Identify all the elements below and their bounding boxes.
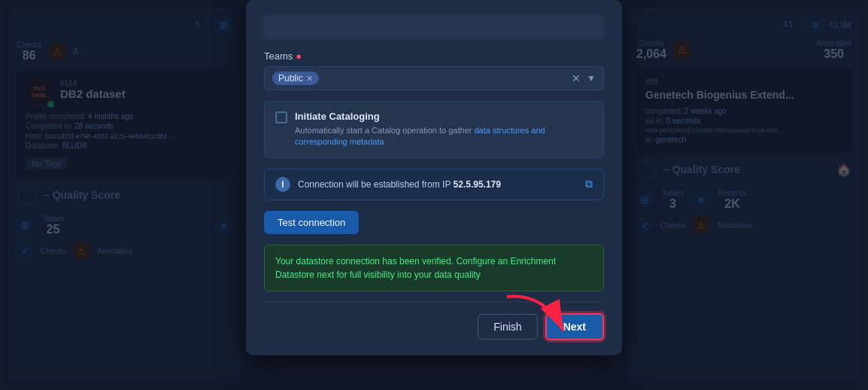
team-pill-label: Public: [278, 73, 303, 84]
team-pill-remove[interactable]: ✕: [306, 74, 313, 84]
info-icon: i: [275, 177, 290, 192]
team-public-pill[interactable]: Public ✕: [272, 72, 319, 85]
next-button[interactable]: Next: [545, 313, 604, 340]
initiate-cataloging-row[interactable]: Initiate Cataloging Automatically start …: [264, 101, 604, 158]
ip-info-text: Connection will be established from IP 5…: [298, 179, 501, 190]
initiate-cataloging-title: Initiate Cataloging: [295, 111, 593, 122]
teams-input-wrapper[interactable]: Public ✕ ✕ ▼: [264, 66, 604, 90]
modal-dialog: Teams ● Public ✕ ✕ ▼ Initiate Cataloging…: [246, 0, 622, 355]
ip-value: 52.5.95.179: [454, 179, 501, 190]
teams-required: ●: [296, 50, 302, 62]
modal-footer: Finish Next: [264, 313, 604, 340]
copy-icon[interactable]: ⧉: [585, 178, 593, 190]
success-message: Your datastore connection has been verif…: [264, 245, 604, 291]
finish-button[interactable]: Finish: [478, 314, 537, 340]
initiate-cataloging-checkbox[interactable]: [275, 111, 287, 123]
initiate-cataloging-desc: Automatically start a Catalog operation …: [295, 125, 593, 148]
teams-clear-button[interactable]: ✕: [572, 72, 581, 84]
ip-info-box: i Connection will be established from IP…: [264, 169, 604, 200]
connection-name-input[interactable]: [264, 15, 604, 40]
teams-label: Teams ●: [264, 50, 604, 62]
test-connection-button[interactable]: Test connection: [264, 211, 359, 234]
modal-divider: [264, 302, 604, 303]
teams-dropdown-arrow[interactable]: ▼: [587, 73, 596, 84]
